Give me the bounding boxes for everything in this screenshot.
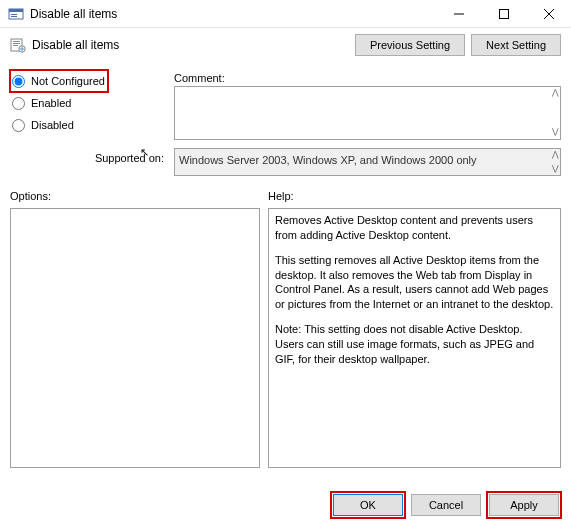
radio-disabled[interactable]: Disabled: [10, 114, 170, 136]
radio-not-configured-label: Not Configured: [31, 75, 105, 87]
header-row: Disable all items Previous Setting Next …: [0, 28, 571, 60]
minimize-button[interactable]: [436, 0, 481, 28]
next-setting-button[interactable]: Next Setting: [471, 34, 561, 56]
comment-label: Comment:: [174, 72, 561, 84]
help-label: Help:: [260, 190, 561, 202]
svg-rect-3: [11, 16, 17, 17]
apply-button[interactable]: Apply: [489, 494, 559, 516]
previous-setting-button[interactable]: Previous Setting: [355, 34, 465, 56]
supported-on-label: Supported on: ↖: [10, 148, 170, 164]
window-title: Disable all items: [30, 7, 117, 21]
state-radio-group: Not Configured Enabled Disabled: [10, 64, 170, 142]
radio-enabled-input[interactable]: [12, 97, 25, 110]
svg-rect-10: [13, 43, 20, 44]
cancel-button[interactable]: Cancel: [411, 494, 481, 516]
svg-rect-11: [13, 45, 18, 46]
policy-icon: [10, 37, 26, 53]
dialog-footer: OK Cancel Apply: [0, 485, 571, 525]
app-icon: [8, 6, 24, 22]
radio-not-configured-input[interactable]: [12, 75, 25, 88]
help-paragraph: This setting removes all Active Desktop …: [275, 253, 554, 312]
help-pane: Removes Active Desktop content and preve…: [268, 208, 561, 468]
maximize-button[interactable]: [481, 0, 526, 28]
radio-enabled-label: Enabled: [31, 97, 71, 109]
svg-rect-5: [499, 9, 508, 18]
radio-disabled-input[interactable]: [12, 119, 25, 132]
svg-rect-1: [9, 9, 23, 12]
radio-not-configured[interactable]: Not Configured: [10, 70, 108, 92]
radio-enabled[interactable]: Enabled: [10, 92, 170, 114]
help-paragraph: Removes Active Desktop content and preve…: [275, 213, 554, 243]
supported-on-value: Windows Server 2003, Windows XP, and Win…: [174, 148, 561, 176]
help-paragraph: Note: This setting does not disable Acti…: [275, 322, 554, 367]
svg-rect-9: [13, 41, 20, 42]
comment-textarea[interactable]: [174, 86, 561, 140]
close-button[interactable]: [526, 0, 571, 28]
options-label: Options:: [10, 190, 260, 202]
policy-name: Disable all items: [32, 38, 119, 52]
options-pane: [10, 208, 260, 468]
window-titlebar: Disable all items: [0, 0, 571, 28]
ok-button[interactable]: OK: [333, 494, 403, 516]
radio-disabled-label: Disabled: [31, 119, 74, 131]
svg-rect-2: [11, 14, 17, 15]
